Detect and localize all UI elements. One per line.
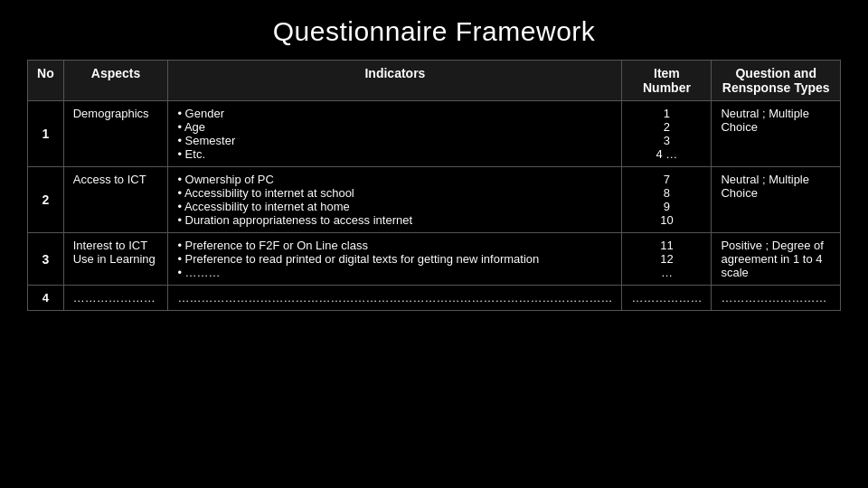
row4-response: ……………………… (712, 286, 841, 311)
row2-response: Neutral ; Multiple Choice (712, 167, 841, 233)
row1-response: Neutral ; Multiple Choice (712, 101, 841, 167)
row4-indicators: ………………………………………………………………………………………………… (168, 286, 622, 311)
table-row: 2 Access to ICT • Ownership of PC • Acce… (28, 167, 841, 233)
row2-aspect: Access to ICT (63, 167, 168, 233)
row3-aspect: Interest to ICT Use in Learning (63, 233, 168, 286)
row2-no: 2 (28, 167, 64, 233)
table-row: 4 ………………… ………………………………………………………………………………… (28, 286, 841, 311)
row4-aspect: ………………… (63, 286, 168, 311)
header-question-types: Question and Rensponse Types (712, 61, 841, 101)
header-no: No (28, 61, 64, 101)
row4-no: 4 (28, 286, 64, 311)
row1-indicators: • Gender • Age • Semester • Etc. (168, 101, 622, 167)
row3-no: 3 (28, 233, 64, 286)
header-indicators: Indicators (168, 61, 622, 101)
page-title: Questionnaire Framework (273, 16, 596, 47)
header-item-number: Item Number (622, 61, 712, 101)
table-row: 1 Demographics • Gender • Age • Semester… (28, 101, 841, 167)
row1-item-numbers: 1 2 3 4 … (622, 101, 712, 167)
row4-item-numbers: ……………… (622, 286, 712, 311)
row1-aspect: Demographics (63, 101, 168, 167)
row2-item-numbers: 7 8 9 10 (622, 167, 712, 233)
row3-response: Positive ; Degree of agreement in 1 to 4… (712, 233, 841, 286)
row1-no: 1 (28, 101, 64, 167)
header-aspects: Aspects (63, 61, 168, 101)
table-row: 3 Interest to ICT Use in Learning • Pref… (28, 233, 841, 286)
row3-indicators: • Preference to F2F or On Line class • P… (168, 233, 622, 286)
row2-indicators: • Ownership of PC • Accessibility to int… (168, 167, 622, 233)
row3-item-numbers: 11 12 … (622, 233, 712, 286)
framework-table: No Aspects Indicators Item Number Questi… (27, 60, 841, 311)
